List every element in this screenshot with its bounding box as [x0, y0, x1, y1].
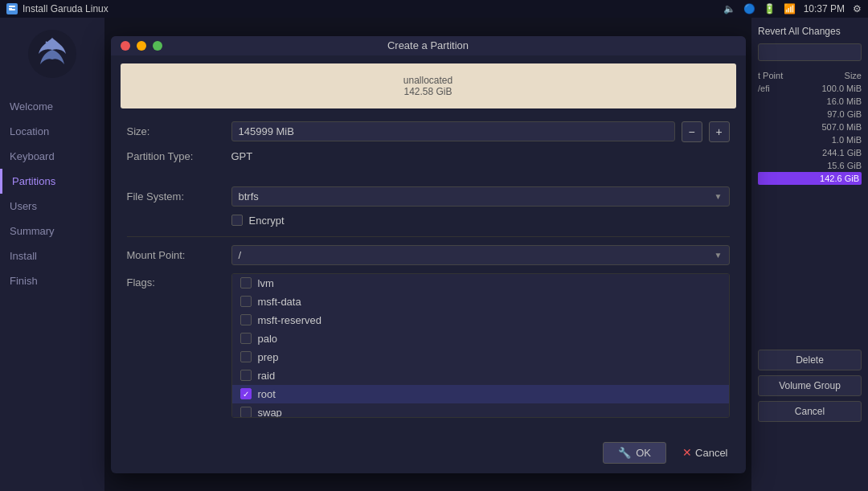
size-input[interactable]: [231, 121, 675, 141]
sidebar-item-summary[interactable]: Summary: [0, 219, 104, 243]
partition-type-row: Partition Type: GPT: [127, 150, 730, 162]
unallocated-bar: unallocated 142.58 GiB: [121, 63, 736, 108]
dialog-footer: 🔧 OK ✕ Cancel: [111, 436, 746, 473]
sidebar-item-finish[interactable]: Finish: [0, 268, 104, 293]
flag-swap[interactable]: swap: [232, 403, 729, 418]
app-logo: [24, 26, 80, 82]
sidebar-item-install[interactable]: Install: [0, 243, 104, 268]
bluetooth-icon[interactable]: 🔵: [743, 3, 755, 14]
encrypt-label: Encrypt: [249, 215, 285, 227]
ok-button[interactable]: 🔧 OK: [603, 442, 666, 464]
divider: [127, 236, 730, 237]
clock: 10:37 PM: [804, 3, 845, 14]
volume-group-button[interactable]: Volume Group: [758, 375, 862, 396]
battery-icon: 🔋: [764, 3, 776, 14]
size-row: Size: − +: [127, 121, 730, 142]
flag-prep[interactable]: prep: [232, 348, 729, 366]
settings-icon[interactable]: ⚙: [853, 3, 862, 14]
mount-point-arrow-icon: ▼: [714, 251, 723, 260]
revert-all-button[interactable]: Revert All Changes: [758, 26, 862, 37]
sidebar-item-users[interactable]: Users: [0, 194, 104, 219]
flags-section: Flags: lvm msft-data msft-reserved: [127, 273, 730, 418]
flag-root-checkbox[interactable]: [240, 388, 252, 399]
mount-point-value: /: [239, 249, 242, 261]
size-increase-button[interactable]: +: [709, 121, 730, 142]
sidebar-item-keyboard[interactable]: Keyboard: [0, 144, 104, 169]
sidebar-item-location[interactable]: Location: [0, 119, 104, 144]
flag-raid[interactable]: raid: [232, 366, 729, 385]
right-panel-buttons: Delete Volume Group Cancel: [758, 350, 862, 427]
partition-row-8[interactable]: 142.6 GiB: [758, 172, 862, 185]
create-partition-dialog: Create a Partition unallocated 142.58 Gi…: [111, 36, 746, 473]
file-system-arrow-icon: ▼: [714, 192, 723, 201]
cancel-button[interactable]: ✕ Cancel: [674, 442, 735, 464]
partition-search: [758, 43, 862, 61]
window-close-button[interactable]: [121, 41, 130, 51]
partition-row-4[interactable]: 507.0 MiB: [758, 121, 862, 133]
partition-row-2[interactable]: 16.0 MiB: [758, 95, 862, 108]
size-decrease-button[interactable]: −: [682, 121, 702, 142]
flag-swap-label: swap: [258, 407, 282, 418]
flag-msft-data-checkbox[interactable]: [240, 296, 252, 307]
partition-row-7[interactable]: 15.6 GiB: [758, 159, 862, 172]
dialog-body: Size: − + Partition Type: GPT File Syste…: [111, 117, 746, 436]
flag-swap-checkbox[interactable]: [240, 407, 252, 418]
delete-button[interactable]: Delete: [758, 350, 862, 370]
partition-row-efi[interactable]: /efi100.0 MiB: [758, 82, 862, 95]
flag-lvm-label: lvm: [258, 277, 274, 289]
file-system-value: btrfs: [239, 190, 259, 203]
flag-msft-reserved-label: msft-reserved: [258, 314, 321, 326]
partition-table: t Point Size /efi100.0 MiB 16.0 MiB 97.0…: [758, 69, 862, 185]
flag-palo-checkbox[interactable]: [240, 333, 252, 344]
flags-label: Flags:: [127, 273, 231, 418]
dialog-title: Create a Partition: [387, 39, 469, 51]
file-system-select[interactable]: btrfs ▼: [231, 186, 730, 207]
svg-rect-2: [9, 8, 12, 9]
mount-point-label: Mount Point:: [127, 249, 231, 261]
flag-msft-reserved-checkbox[interactable]: [240, 314, 252, 325]
partition-header: t Point Size: [758, 69, 862, 82]
flag-root-label: root: [258, 388, 276, 400]
flags-list: lvm msft-data msft-reserved palo: [231, 273, 730, 418]
right-panel: Revert All Changes t Point Size /efi100.…: [751, 18, 868, 491]
flag-raid-checkbox[interactable]: [240, 370, 252, 381]
flag-palo-label: palo: [258, 333, 278, 345]
topbar: Install Garuda Linux 🔈 🔵 🔋 📶 10:37 PM ⚙: [0, 0, 868, 18]
window-minimize-button[interactable]: [137, 41, 146, 51]
size-label: Size:: [127, 125, 231, 137]
partition-row-5[interactable]: 1.0 MiB: [758, 133, 862, 146]
mount-point-row: Mount Point: / ▼: [127, 245, 730, 265]
partition-row-6[interactable]: 244.1 GiB: [758, 146, 862, 159]
flag-root[interactable]: root: [232, 385, 729, 403]
main-overlay: Create a Partition unallocated 142.58 Gi…: [104, 18, 751, 491]
network-icon[interactable]: 📶: [784, 3, 796, 14]
partition-row-3[interactable]: 97.0 GiB: [758, 108, 862, 121]
encrypt-checkbox[interactable]: [231, 215, 243, 226]
flag-prep-label: prep: [258, 351, 279, 363]
flag-palo[interactable]: palo: [232, 329, 729, 348]
right-cancel-button[interactable]: Cancel: [758, 401, 862, 422]
app-icon: [6, 3, 18, 14]
file-system-label: File System:: [127, 190, 231, 203]
flag-msft-data[interactable]: msft-data: [232, 293, 729, 311]
flag-msft-reserved[interactable]: msft-reserved: [232, 311, 729, 329]
partition-type-value: GPT: [231, 150, 730, 162]
dialog-titlebar: Create a Partition: [111, 36, 746, 55]
encrypt-row: Encrypt: [231, 215, 730, 227]
file-system-row: File System: btrfs ▼: [127, 186, 730, 207]
flag-lvm[interactable]: lvm: [232, 274, 729, 293]
col-point: t Point: [758, 71, 783, 80]
cancel-x-icon: ✕: [682, 446, 692, 459]
app-title: Install Garuda Linux: [23, 3, 108, 14]
volume-icon[interactable]: 🔈: [723, 3, 735, 14]
flag-lvm-checkbox[interactable]: [240, 277, 252, 288]
flag-msft-data-label: msft-data: [258, 296, 301, 308]
sidebar-item-partitions[interactable]: Partitions: [0, 169, 104, 194]
flag-prep-checkbox[interactable]: [240, 351, 252, 362]
sidebar-item-welcome[interactable]: Welcome: [0, 94, 104, 119]
mount-point-select[interactable]: / ▼: [231, 245, 730, 265]
svg-point-4: [49, 43, 55, 49]
unallocated-size: 142.58 GiB: [132, 86, 725, 97]
window-maximize-button[interactable]: [153, 41, 162, 51]
svg-rect-0: [9, 6, 15, 7]
